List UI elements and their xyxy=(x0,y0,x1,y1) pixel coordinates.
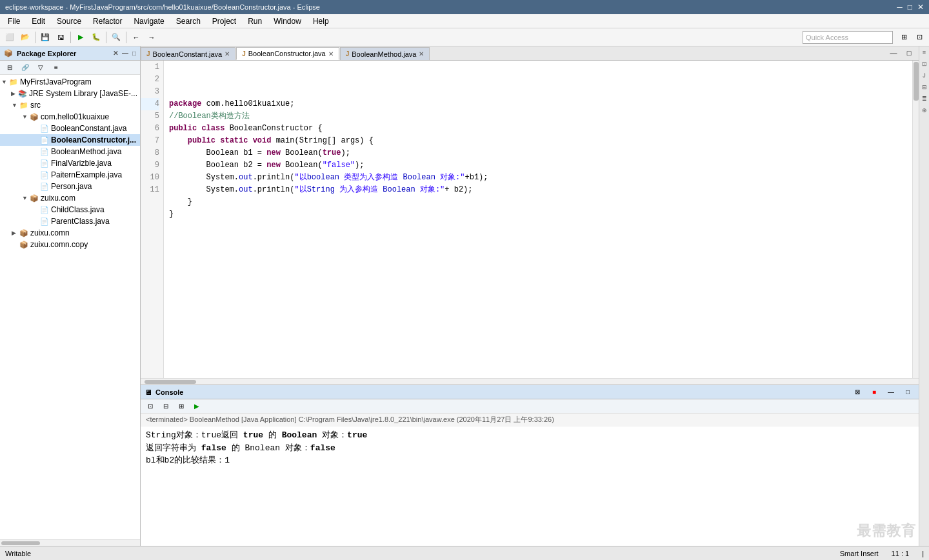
toolbar-open-perspective[interactable]: ⊡ xyxy=(912,30,926,45)
tree-item-4[interactable]: 📄BooleanConstant.java xyxy=(0,123,140,134)
tab-close-3[interactable]: ✕ xyxy=(419,50,424,57)
console-stop[interactable]: ■ xyxy=(867,385,881,399)
tree-item-7[interactable]: 📄FinalVarizble.java xyxy=(0,157,140,169)
pe-filter[interactable]: ▽ xyxy=(34,61,48,75)
toolbar-save-all[interactable]: 🖫 xyxy=(54,30,68,45)
code-line-5: Boolean b1 = new Boolean(true); xyxy=(169,147,907,159)
pe-tree: ▼📁MyFirstJavaProgram▶📚JRE System Library… xyxy=(0,75,140,539)
pe-link[interactable]: 🔗 xyxy=(18,61,32,75)
status-writable: Writable xyxy=(5,550,31,557)
menu-edit[interactable]: Edit xyxy=(26,15,50,27)
toolbar: ⬜ 📂 💾 🖫 ▶ 🐛 🔍 ← → Quick Access ⊞ ⊡ xyxy=(0,28,929,46)
tab-close-2[interactable]: ✕ xyxy=(328,50,334,57)
right-icon-1[interactable]: ≡ xyxy=(923,49,926,55)
editor-hscrollbar-thumb[interactable] xyxy=(145,380,196,384)
tree-item-10[interactable]: ▼📦zuixu.com xyxy=(0,192,140,204)
pe-scrollbar-thumb[interactable] xyxy=(1,541,40,545)
editor-tab-min[interactable]: — xyxy=(886,46,901,60)
tab-icon-1: J xyxy=(146,50,150,57)
menu-search[interactable]: Search xyxy=(171,15,206,27)
pe-collapse[interactable]: ⊟ xyxy=(3,61,17,75)
tree-arrow-3: ▼ xyxy=(22,114,30,120)
editor-scrollbar-thumb[interactable] xyxy=(914,62,919,101)
toolbar-back[interactable]: ← xyxy=(129,30,143,45)
title-bar-controls[interactable]: ─ □ ✕ xyxy=(897,3,924,12)
line-num-8: 8 xyxy=(141,147,159,159)
right-icon-2[interactable]: ⊡ xyxy=(922,61,927,67)
tree-item-9[interactable]: 📄Person.java xyxy=(0,181,140,192)
tree-icon-6: 📄 xyxy=(40,148,49,156)
right-icon-5[interactable]: ≣ xyxy=(922,95,927,102)
pe-menu-icon[interactable]: ✕ xyxy=(113,50,118,57)
tree-item-3[interactable]: ▼📦com.hello01kuaixue xyxy=(0,111,140,123)
console-status: <terminated> BooleanMethod [Java Applica… xyxy=(141,414,919,426)
package-explorer-header: 📦 Package Explorer ✕ — □ xyxy=(0,46,140,61)
tree-label-1: JRE System Library [JavaSE-... xyxy=(29,89,137,98)
tab-boolean-constructor[interactable]: J BooleanConstructor.java ✕ xyxy=(236,47,339,60)
tree-label-11: ChildClass.java xyxy=(51,205,105,214)
tree-item-2[interactable]: ▼📁src xyxy=(0,99,140,111)
tab-close-1[interactable]: ✕ xyxy=(225,50,230,57)
menu-window[interactable]: Window xyxy=(268,15,306,27)
line-num-2: 2 xyxy=(141,74,159,86)
console-tb-3[interactable]: ⊞ xyxy=(174,399,188,414)
console-clear[interactable]: ⊠ xyxy=(850,385,864,399)
tree-icon-8: 📄 xyxy=(40,171,49,179)
toolbar-save[interactable]: 💾 xyxy=(38,30,52,45)
console-tb-1[interactable]: ⊡ xyxy=(143,399,157,414)
menu-source[interactable]: Source xyxy=(52,15,86,27)
console-max[interactable]: □ xyxy=(901,385,915,399)
toolbar-debug[interactable]: 🐛 xyxy=(89,30,103,45)
console-min[interactable]: — xyxy=(884,385,898,399)
toolbar-sep-2 xyxy=(70,32,71,43)
toolbar-new[interactable]: ⬜ xyxy=(3,30,17,45)
tree-item-11[interactable]: 📄ChildClass.java xyxy=(0,204,140,215)
tree-item-8[interactable]: 📄PaiternExample.java xyxy=(0,169,140,181)
menu-navigate[interactable]: Navigate xyxy=(128,15,169,27)
toolbar-open[interactable]: 📂 xyxy=(18,30,32,45)
editor-horizontal-scrollbar[interactable] xyxy=(141,378,919,385)
status-sep: | xyxy=(922,550,924,557)
pe-min-icon[interactable]: — xyxy=(122,50,128,57)
tree-icon-1: 📚 xyxy=(18,90,27,98)
tree-item-1[interactable]: ▶📚JRE System Library [JavaSE-... xyxy=(0,88,140,99)
right-icon-4[interactable]: ⊟ xyxy=(922,84,927,90)
tree-label-5: BooleanConstructor.j... xyxy=(51,135,136,145)
quick-access-input[interactable]: Quick Access xyxy=(803,31,893,44)
maximize-button[interactable]: □ xyxy=(908,3,912,12)
tree-item-14[interactable]: 📦zuixu.comn.copy xyxy=(0,239,140,250)
menu-file[interactable]: File xyxy=(3,15,25,27)
editor-vertical-scrollbar[interactable] xyxy=(912,61,919,378)
menu-run[interactable]: Run xyxy=(243,15,267,27)
tree-label-10: zuixu.com xyxy=(41,194,75,203)
toolbar-search[interactable]: 🔍 xyxy=(109,30,123,45)
status-position: 11 : 1 xyxy=(892,550,910,557)
toolbar-perspectives[interactable]: ⊞ xyxy=(897,30,911,45)
menu-help[interactable]: Help xyxy=(308,15,334,27)
menu-project[interactable]: Project xyxy=(207,15,241,27)
tree-item-13[interactable]: ▶📦zuixu.comn xyxy=(0,227,140,239)
pe-menu[interactable]: ≡ xyxy=(49,61,63,75)
tree-item-12[interactable]: 📄ParentClass.java xyxy=(0,215,140,227)
tab-boolean-constant[interactable]: J BooleanConstant.java ✕ xyxy=(141,47,235,60)
pe-horizontal-scrollbar[interactable] xyxy=(0,539,140,546)
tab-boolean-method[interactable]: J BooleanMethod.java ✕ xyxy=(340,47,430,60)
right-icon-6[interactable]: ⊕ xyxy=(922,107,927,114)
menu-refactor[interactable]: Refactor xyxy=(88,15,127,27)
pe-max-icon[interactable]: □ xyxy=(132,50,136,57)
tree-arrow-10: ▼ xyxy=(22,195,30,201)
tree-item-6[interactable]: 📄BooleanMethod.java xyxy=(0,146,140,157)
console-tb-2[interactable]: ⊟ xyxy=(159,399,173,414)
tree-item-5[interactable]: 📄BooleanConstructor.j... xyxy=(0,134,140,146)
minimize-button[interactable]: ─ xyxy=(897,3,903,12)
toolbar-run[interactable]: ▶ xyxy=(74,30,88,45)
editor-tab-max[interactable]: □ xyxy=(902,46,916,60)
editor-tab-controls: — □ xyxy=(886,46,919,60)
console-tb-run[interactable]: ▶ xyxy=(190,399,204,414)
right-icon-3[interactable]: J xyxy=(923,72,926,79)
toolbar-forward[interactable]: → xyxy=(145,30,159,45)
code-editor[interactable]: package com.hello01kuaixue;//Boolean类构造方… xyxy=(164,61,912,378)
tree-icon-7: 📄 xyxy=(40,159,49,168)
close-button[interactable]: ✕ xyxy=(917,3,924,12)
tree-item-0[interactable]: ▼📁MyFirstJavaProgram xyxy=(0,76,140,88)
